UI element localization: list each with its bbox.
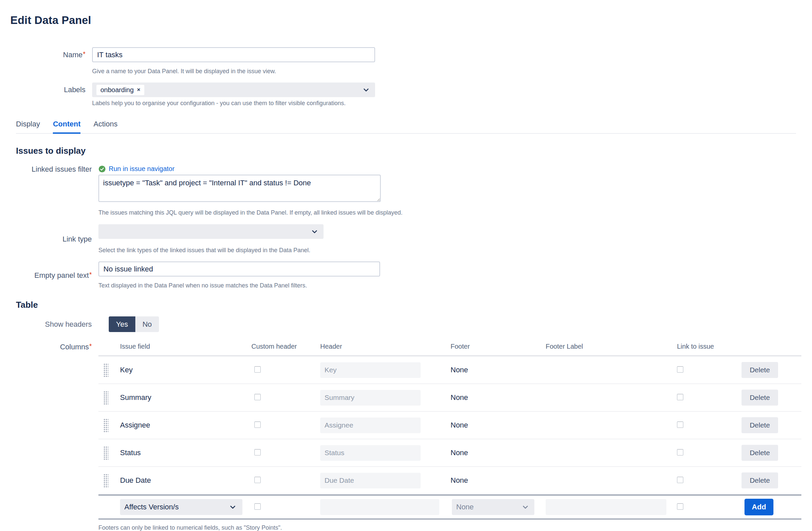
table-row: Due Date None Delete [98, 467, 801, 494]
col-header-footer: Footer [451, 343, 546, 350]
delete-button[interactable]: Delete [741, 417, 778, 433]
empty-panel-help-text: Text displayed in the Data Panel when no… [98, 282, 380, 289]
delete-button[interactable]: Delete [741, 445, 778, 461]
drag-handle-icon[interactable] [103, 363, 108, 377]
link-type-row: Link type Select the link types of the l… [0, 224, 812, 254]
linked-filter-label: Linked issues filter [0, 165, 92, 174]
page-title: Edit Data Panel [10, 14, 812, 27]
delete-button[interactable]: Delete [741, 390, 778, 406]
footer-selected-value: None [456, 503, 474, 512]
labels-form-row: Labels onboarding × [0, 83, 812, 97]
custom-header-checkbox[interactable] [255, 421, 261, 428]
footer-label-input[interactable] [546, 499, 666, 515]
show-headers-label: Show headers [0, 320, 92, 329]
required-asterisk: * [89, 271, 92, 278]
link-to-issue-checkbox[interactable] [677, 449, 683, 456]
footer-value: None [451, 476, 546, 485]
chevron-down-icon [521, 503, 530, 511]
link-to-issue-checkbox[interactable] [677, 477, 683, 483]
run-in-navigator-row: Run in issue navigator [98, 165, 402, 173]
link-to-issue-checkbox[interactable] [677, 503, 683, 510]
custom-header-checkbox[interactable] [255, 366, 261, 373]
show-headers-toggle: Yes No [109, 317, 159, 332]
header-input[interactable] [320, 362, 421, 378]
name-form-row: Name* [0, 47, 812, 62]
link-to-issue-checkbox[interactable] [677, 421, 683, 428]
col-header-footer-label: Footer Label [546, 343, 677, 350]
footer-value: None [451, 366, 546, 374]
link-type-select[interactable] [98, 224, 323, 239]
show-headers-yes-button[interactable]: Yes [109, 317, 135, 332]
tab-display[interactable]: Display [16, 120, 40, 134]
footer-value: None [451, 421, 546, 430]
footer-select[interactable]: None [452, 499, 534, 515]
custom-header-checkbox[interactable] [255, 449, 261, 456]
col-header-header: Header [320, 343, 451, 350]
link-to-issue-checkbox[interactable] [677, 394, 683, 400]
col-header-issue-field: Issue field [120, 343, 255, 350]
custom-header-checkbox[interactable] [255, 394, 261, 400]
run-in-issue-navigator-link[interactable]: Run in issue navigator [109, 165, 175, 173]
link-type-help-text: Select the link types of the linked issu… [98, 247, 323, 254]
chevron-down-icon [362, 86, 370, 94]
col-header-custom-header: Custom header [251, 343, 320, 350]
row-field-name: Key [120, 366, 255, 374]
delete-button[interactable]: Delete [741, 362, 778, 378]
jql-filter-textarea[interactable]: issuetype = "Task" and project = "Intern… [98, 175, 381, 202]
drag-handle-icon[interactable] [103, 473, 108, 487]
name-label: Name* [0, 51, 85, 59]
check-circle-icon [98, 165, 106, 173]
columns-label: Columns* [0, 343, 92, 351]
empty-panel-text-input[interactable] [98, 262, 380, 277]
add-button[interactable]: Add [744, 499, 773, 515]
empty-panel-text-row: Empty panel text* Text displayed in the … [0, 262, 812, 289]
show-headers-row: Show headers Yes No [0, 317, 812, 332]
table-row: Summary None Delete [98, 384, 801, 411]
jql-help-text: The issues matching this JQL query will … [98, 209, 402, 216]
footer-value: None [451, 393, 546, 402]
link-to-issue-checkbox[interactable] [677, 366, 683, 373]
issue-field-select[interactable]: Affects Version/s [120, 499, 242, 515]
footers-footnote: Footers can only be linked to numerical … [98, 525, 801, 531]
labels-help-text: Labels help you to organise your configu… [92, 100, 812, 107]
chevron-down-icon [229, 503, 237, 511]
drag-handle-icon[interactable] [103, 391, 108, 405]
tab-content[interactable]: Content [53, 120, 81, 134]
issues-to-display-heading: Issues to display [16, 146, 812, 156]
footer-value: None [451, 448, 546, 457]
row-field-name: Summary [120, 393, 255, 402]
delete-button[interactable]: Delete [741, 473, 778, 488]
header-input[interactable] [320, 499, 439, 515]
link-type-label: Link type [0, 235, 92, 243]
label-tag: onboarding × [97, 85, 144, 95]
issue-field-selected-value: Affects Version/s [125, 503, 178, 512]
row-field-name: Assignee [120, 421, 255, 430]
labels-select[interactable]: onboarding × [92, 83, 375, 97]
drag-handle-icon[interactable] [103, 446, 108, 460]
linked-filter-row: Linked issues filter Run in issue naviga… [0, 165, 812, 216]
custom-header-checkbox[interactable] [255, 477, 261, 483]
chevron-down-icon [310, 227, 319, 236]
header-input[interactable] [320, 390, 421, 406]
remove-tag-icon[interactable]: × [137, 86, 140, 93]
drag-handle-icon[interactable] [103, 418, 108, 432]
add-column-row: Affects Version/s None Add [98, 494, 801, 520]
columns-section: Columns* Issue field Custom header Heade… [0, 343, 812, 531]
label-tag-text: onboarding [100, 86, 134, 94]
table-row: Key None Delete [98, 356, 801, 384]
header-input[interactable] [320, 418, 421, 433]
empty-panel-text-label: Empty panel text* [0, 271, 92, 280]
name-help-text: Give a name to your Data Panel. It will … [92, 68, 812, 75]
labels-label: Labels [0, 85, 85, 94]
header-input[interactable] [320, 445, 421, 461]
name-input[interactable] [92, 47, 375, 62]
tab-actions[interactable]: Actions [93, 120, 117, 134]
required-asterisk: * [83, 50, 85, 58]
header-input[interactable] [320, 473, 421, 488]
columns-table-header: Issue field Custom header Header Footer … [98, 343, 801, 356]
required-asterisk: * [89, 343, 92, 350]
custom-header-checkbox[interactable] [255, 503, 261, 510]
row-field-name: Status [120, 448, 255, 457]
row-field-name: Due Date [120, 476, 255, 485]
show-headers-no-button[interactable]: No [135, 317, 159, 332]
